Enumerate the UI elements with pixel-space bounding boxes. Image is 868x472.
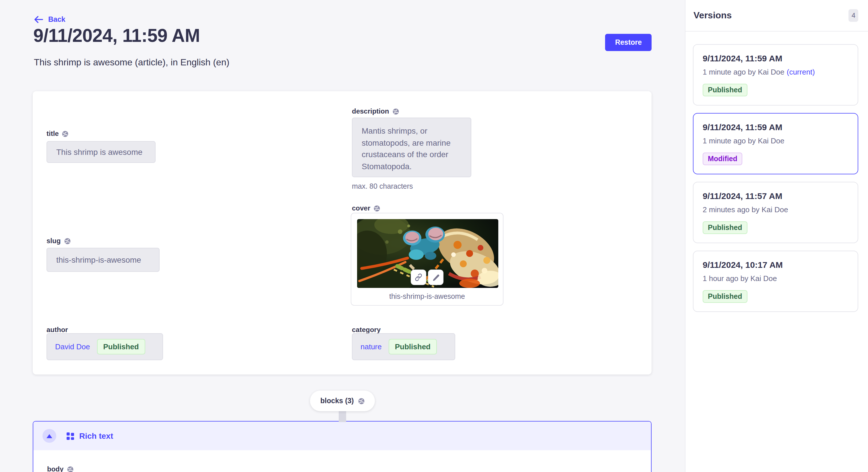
author-relation-link[interactable]: David Doe — [55, 342, 90, 351]
restore-button[interactable]: Restore — [606, 34, 652, 51]
title-field-label: title — [46, 130, 69, 138]
version-card[interactable]: 9/11/2024, 11:59 AM 1 minute ago by Kai … — [693, 44, 858, 105]
rich-text-accordion-header[interactable]: Rich text — [33, 422, 651, 450]
version-title: 9/11/2024, 11:59 AM — [703, 122, 848, 132]
blocks-connector — [339, 409, 346, 422]
version-status-badge: Published — [703, 222, 747, 234]
description-field-label: description — [352, 107, 399, 115]
body-label-text: body — [47, 465, 63, 472]
rich-text-accordion: Rich text body — [33, 421, 652, 472]
link-icon — [414, 273, 423, 281]
component-blocks-icon — [67, 432, 74, 440]
page-title: 9/11/2024, 11:59 AM — [33, 25, 200, 46]
entry-form-card: title This shrimp is awesome description… — [33, 91, 652, 374]
version-meta-text: 2 minutes ago by Kai Doe — [703, 205, 788, 214]
author-relation-chip: David Doe Published — [46, 333, 163, 360]
caret-up-icon — [46, 434, 52, 438]
version-meta: 1 hour ago by Kai Doe — [703, 274, 848, 283]
title-label-text: title — [46, 130, 59, 138]
versions-header: Versions 4 — [685, 0, 868, 32]
version-meta-text: 1 minute ago by Kai Doe — [703, 136, 784, 145]
back-label: Back — [48, 15, 65, 24]
version-meta-text: 1 hour ago by Kai Doe — [703, 274, 777, 283]
description-hint: max. 80 characters — [352, 182, 413, 191]
version-meta: 1 minute ago by Kai Doe — [703, 136, 848, 145]
version-card[interactable]: 9/11/2024, 10:17 AM 1 hour ago by Kai Do… — [693, 250, 858, 312]
category-status-badge: Published — [389, 339, 437, 355]
version-badge-row: Published — [703, 290, 848, 303]
category-relation-link[interactable]: nature — [361, 342, 382, 351]
version-meta: 1 minute ago by Kai Doe(current) — [703, 68, 848, 76]
globe-icon — [374, 205, 380, 211]
description-textarea: Mantis shrimps, or stomatopods, are mari… — [352, 117, 471, 177]
version-badge-row: Published — [703, 84, 848, 96]
body-field-label: body — [47, 465, 651, 472]
back-arrow-icon — [34, 15, 43, 24]
app-root: Back 9/11/2024, 11:59 AM This shrimp is … — [0, 0, 868, 472]
category-field-label: category — [352, 326, 381, 334]
globe-icon — [67, 466, 73, 472]
globe-icon — [62, 131, 69, 137]
version-current-tag: (current) — [787, 68, 815, 76]
version-meta-text: 1 minute ago by Kai Doe — [703, 68, 784, 76]
blocks-field-pill[interactable]: blocks (3) — [310, 391, 375, 411]
version-meta: 2 minutes ago by Kai Doe — [703, 205, 848, 214]
description-label-text: description — [352, 107, 389, 115]
version-card[interactable]: 9/11/2024, 11:57 AM 2 minutes ago by Kai… — [693, 182, 858, 243]
versions-count-badge: 4 — [849, 9, 858, 22]
versions-sidebar: Versions 4 9/11/2024, 11:59 AM 1 minute … — [685, 0, 868, 472]
globe-icon — [359, 398, 365, 404]
blocks-pill-label: blocks (3) — [320, 397, 354, 405]
author-field-label: author — [46, 326, 68, 334]
globe-icon — [64, 238, 70, 244]
cover-actions — [411, 270, 443, 285]
version-list: 9/11/2024, 11:59 AM 1 minute ago by Kai … — [685, 32, 868, 312]
copy-link-button[interactable] — [411, 270, 426, 285]
category-relation-chip: nature Published — [352, 333, 455, 360]
slug-label-text: slug — [46, 237, 61, 245]
version-status-badge: Published — [703, 290, 747, 303]
cover-field-label: cover — [352, 204, 380, 212]
versions-title: Versions — [693, 10, 732, 21]
globe-icon — [392, 108, 399, 114]
cover-media-card: this-shrimp-is-awesome — [351, 213, 503, 306]
author-label-text: author — [46, 326, 68, 334]
rich-text-title: Rich text — [79, 431, 113, 440]
slug-field-label: slug — [46, 237, 70, 245]
title-input: This shrimp is awesome — [46, 141, 156, 163]
page-subtitle: This shrimp is awesome (article), in Eng… — [34, 57, 229, 68]
version-badge-row: Modified — [703, 153, 848, 165]
collapse-button[interactable] — [42, 429, 56, 443]
version-status-badge: Modified — [703, 153, 743, 165]
content-column: Back 9/11/2024, 11:59 AM This shrimp is … — [0, 0, 685, 472]
edit-image-button[interactable] — [428, 270, 443, 285]
cover-label-text: cover — [352, 204, 370, 212]
version-title: 9/11/2024, 10:17 AM — [703, 260, 848, 270]
version-card[interactable]: 9/11/2024, 11:59 AM 1 minute ago by Kai … — [693, 113, 858, 174]
pencil-icon — [432, 273, 440, 281]
category-label-text: category — [352, 326, 381, 334]
version-title: 9/11/2024, 11:59 AM — [703, 53, 848, 63]
version-status-badge: Published — [703, 84, 747, 96]
rich-text-accordion-body: body — [33, 450, 651, 472]
cover-caption: this-shrimp-is-awesome — [351, 293, 503, 301]
author-status-badge: Published — [97, 339, 145, 355]
version-title: 9/11/2024, 11:57 AM — [703, 191, 848, 201]
back-link[interactable]: Back — [34, 15, 65, 24]
slug-input: this-shrimp-is-awesome — [46, 248, 160, 272]
version-badge-row: Published — [703, 222, 848, 234]
